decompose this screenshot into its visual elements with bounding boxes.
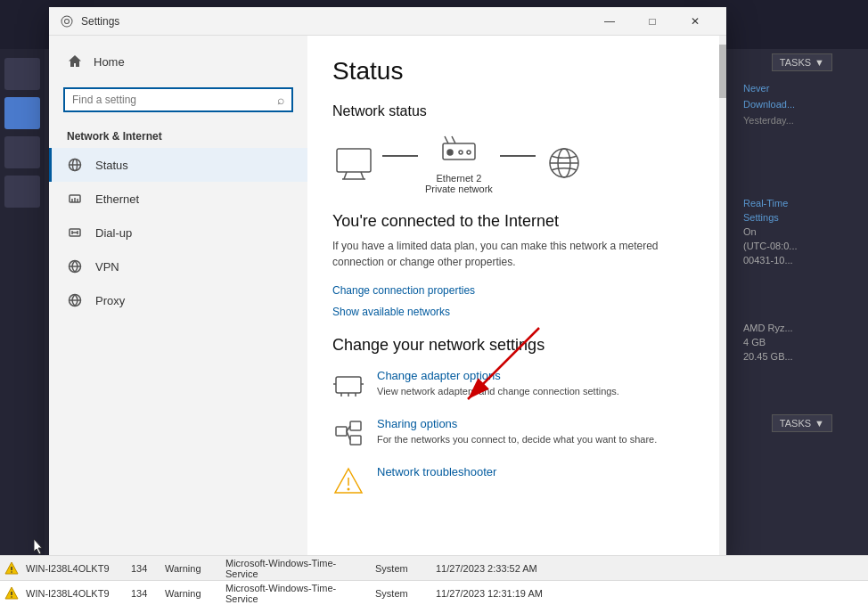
sidebar-item-vpn[interactable]: VPN bbox=[49, 249, 307, 283]
log-2-category: System bbox=[375, 588, 429, 599]
bg-right-content-3: AMD Ryz... 4 GB 20.45 GB... bbox=[743, 321, 859, 364]
svg-point-24 bbox=[467, 151, 471, 154]
pc-device bbox=[332, 146, 375, 182]
svg-rect-28 bbox=[336, 377, 361, 393]
troubleshooter-option: Network troubleshooter bbox=[332, 465, 701, 497]
sidebar-item-ethernet[interactable]: Ethernet bbox=[49, 182, 307, 216]
adapter-title[interactable]: Change adapter options bbox=[377, 369, 701, 382]
svg-point-41 bbox=[348, 488, 350, 491]
svg-point-49 bbox=[11, 596, 12, 598]
dialup-icon bbox=[67, 225, 83, 241]
search-input[interactable] bbox=[72, 94, 272, 106]
svg-line-21 bbox=[452, 136, 455, 143]
pc-icon bbox=[332, 146, 375, 182]
log-row-1[interactable]: WIN-I238L4OLKT9 134 Warning Microsoft-Wi… bbox=[0, 555, 868, 580]
settings-window-icon bbox=[60, 14, 74, 29]
warning-icon-1 bbox=[4, 561, 19, 576]
ethernet-icon bbox=[67, 191, 83, 207]
svg-rect-15 bbox=[337, 149, 371, 172]
bg-right-content-2: Real-Time Settings On (UTC-08:0... 00431… bbox=[743, 196, 859, 267]
log-1-category: System bbox=[375, 563, 429, 574]
log-1-date: 11/27/2023 2:33:52 AM bbox=[436, 563, 552, 574]
search-box[interactable]: ⌕ bbox=[63, 87, 293, 112]
svg-rect-35 bbox=[350, 421, 361, 430]
log-1-type: Warning bbox=[165, 563, 218, 574]
svg-rect-36 bbox=[350, 436, 361, 445]
log-2-type: Warning bbox=[165, 588, 218, 599]
net-line-1 bbox=[382, 155, 418, 157]
sharing-title[interactable]: Sharing options bbox=[377, 417, 701, 430]
settings-window: Settings — □ ✕ Home ⌕ bbox=[49, 7, 726, 560]
log-rows: WIN-I238L4OLKT9 134 Warning Microsoft-Wi… bbox=[0, 555, 868, 605]
scrollbar-thumb[interactable] bbox=[719, 45, 726, 98]
sharing-icon bbox=[332, 417, 364, 449]
warning-icon-2 bbox=[4, 586, 19, 601]
log-1-source: Microsoft-Windows-Time-Service bbox=[225, 558, 368, 579]
close-button[interactable]: ✕ bbox=[675, 7, 716, 36]
troubleshooter-title[interactable]: Network troubleshooter bbox=[377, 465, 701, 478]
search-icon[interactable]: ⌕ bbox=[277, 93, 284, 107]
connected-desc: If you have a limited data plan, you can… bbox=[332, 238, 671, 270]
bg-right-content-1: Never Download... Yesterday... bbox=[743, 80, 859, 128]
home-icon bbox=[67, 53, 83, 69]
adapter-option: Change adapter options View network adap… bbox=[332, 369, 701, 401]
net-line-2 bbox=[500, 155, 536, 157]
status-icon bbox=[67, 157, 83, 173]
change-settings-heading: Change your network settings bbox=[332, 336, 701, 355]
troubleshooter-icon bbox=[332, 465, 364, 497]
adapter-desc: View network adapters and change connect… bbox=[377, 385, 701, 398]
log-1-num: 134 bbox=[131, 563, 158, 574]
connected-heading: You're connected to the Internet bbox=[332, 212, 701, 231]
nav-sidebar: Home ⌕ Network & Internet Status bbox=[49, 36, 307, 560]
bg-sidebar-item-2 bbox=[4, 97, 40, 129]
bg-sidebar-item-3 bbox=[4, 136, 40, 168]
svg-point-22 bbox=[447, 150, 453, 155]
maximize-button[interactable]: □ bbox=[632, 7, 673, 36]
sidebar-item-proxy[interactable]: Proxy bbox=[49, 283, 307, 317]
log-2-computer: WIN-I238L4OLKT9 bbox=[26, 588, 124, 599]
content-scrollbar[interactable] bbox=[719, 36, 726, 560]
bg-tasks-btn-2[interactable]: TASKS ▼ bbox=[772, 414, 832, 432]
svg-line-20 bbox=[445, 136, 448, 143]
bg-sidebar-item-4 bbox=[4, 176, 40, 208]
sharing-desc: For the networks you connect to, decide … bbox=[377, 433, 701, 446]
log-2-num: 134 bbox=[131, 588, 158, 599]
sidebar-item-status[interactable]: Status bbox=[49, 148, 307, 182]
window-title: Settings bbox=[81, 15, 589, 28]
change-connection-link[interactable]: Change connection properties bbox=[332, 284, 701, 297]
globe-icon bbox=[543, 146, 585, 182]
svg-line-16 bbox=[344, 172, 347, 179]
title-bar: Settings — □ ✕ bbox=[49, 7, 726, 36]
show-networks-link[interactable]: Show available networks bbox=[332, 306, 701, 318]
minimize-button[interactable]: — bbox=[589, 7, 630, 36]
router-label: Ethernet 2 Private network bbox=[425, 173, 493, 194]
log-2-date: 11/27/2023 12:31:19 AM bbox=[436, 588, 552, 599]
page-title: Status bbox=[332, 57, 701, 86]
bg-tasks-btn-1[interactable]: TASKS ▼ bbox=[772, 53, 832, 71]
window-body: Home ⌕ Network & Internet Status bbox=[49, 36, 726, 560]
svg-point-46 bbox=[11, 571, 12, 573]
svg-point-23 bbox=[459, 151, 463, 154]
svg-line-38 bbox=[347, 431, 350, 440]
log-2-source: Microsoft-Windows-Time-Service bbox=[225, 583, 368, 604]
log-1-computer: WIN-I238L4OLKT9 bbox=[26, 563, 124, 574]
adapter-text: Change adapter options View network adap… bbox=[377, 369, 701, 398]
network-status-heading: Network status bbox=[332, 103, 701, 119]
svg-rect-34 bbox=[336, 427, 347, 436]
bg-sidebar-item-1 bbox=[4, 58, 40, 90]
bg-sidebar bbox=[0, 49, 45, 605]
log-row-2[interactable]: WIN-I238L4OLKT9 134 Warning Microsoft-Wi… bbox=[0, 580, 868, 605]
router-device: Ethernet 2 Private network bbox=[425, 134, 493, 194]
troubleshooter-text: Network troubleshooter bbox=[377, 465, 701, 481]
adapter-icon bbox=[332, 369, 364, 401]
nav-section-title: Network & Internet bbox=[49, 119, 307, 148]
svg-line-17 bbox=[361, 172, 364, 179]
sidebar-item-dialup[interactable]: Dial-up bbox=[49, 216, 307, 249]
sharing-text: Sharing options For the networks you con… bbox=[377, 417, 701, 446]
nav-home-item[interactable]: Home bbox=[49, 43, 307, 80]
router-icon bbox=[438, 134, 480, 169]
content-area: Status Network status bbox=[307, 36, 726, 560]
sharing-option: Sharing options For the networks you con… bbox=[332, 417, 701, 449]
network-diagram: Ethernet 2 Private network bbox=[332, 134, 701, 194]
window-controls: — □ ✕ bbox=[589, 7, 716, 36]
